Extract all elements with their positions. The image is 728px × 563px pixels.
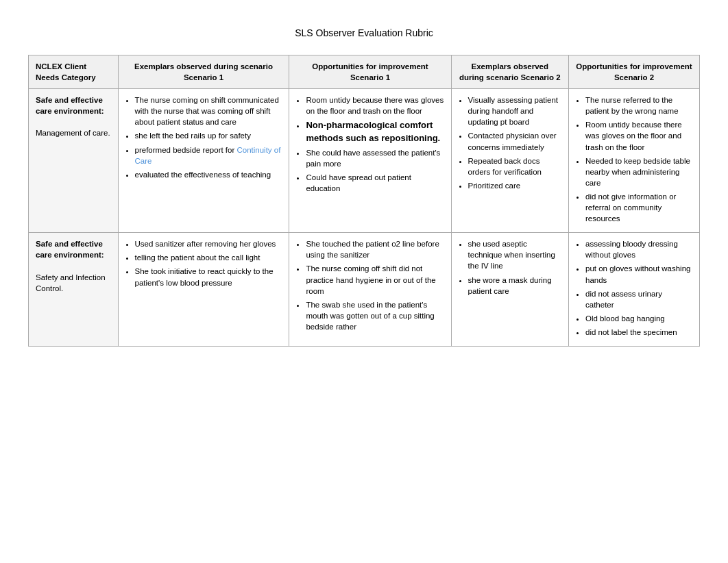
continuity-of-care-link[interactable]: Continuity of Care — [135, 146, 281, 165]
list-item: preformed bedside report for Continuity … — [135, 145, 282, 166]
rubric-table: NCLEX Client Needs Category Exemplars ob… — [28, 55, 700, 347]
table-row: Safe and effective care environment:Mana… — [29, 89, 700, 233]
opportunities1-cell-1: She touched the patient o2 line before u… — [289, 233, 451, 347]
list-item: put on gloves without washing hands — [585, 263, 692, 285]
list-item: The swab she used in the patient's mouth… — [306, 299, 444, 332]
list-item: Visually assessing patient during handof… — [468, 95, 561, 127]
list-item: Prioritized care — [468, 180, 561, 191]
list-item: Room untidy because there was gloves on … — [585, 119, 692, 152]
exemplars1-cell-1: Used sanitizer after removing her gloves… — [118, 233, 289, 347]
list-item: She could have assessed the patient's pa… — [306, 147, 444, 169]
list-item: did not give information or referral on … — [585, 191, 692, 224]
list-item: she left the bed rails up for safety — [135, 130, 282, 141]
list-item: Contacted physician over concerns immedi… — [468, 130, 561, 152]
list-item: she wore a mask during patient care — [468, 275, 561, 297]
opportunities1-cell-0: Room untidy because there was gloves on … — [289, 89, 451, 233]
list-item: telling the patient about the call light — [135, 252, 282, 263]
exemplars1-cell-0: The nurse coming on shift communicated w… — [118, 89, 289, 233]
category-title: Safe and effective care environment: — [36, 96, 104, 115]
opportunities2-cell-1: assessing bloody dressing without gloves… — [569, 233, 700, 347]
list-item: Needed to keep bedside table nearby when… — [585, 155, 692, 188]
list-item: The nurse coming on shift communicated w… — [135, 95, 282, 127]
list-item: Could have spread out patient education — [306, 172, 444, 194]
exemplars2-cell-0: Visually assessing patient during handof… — [451, 89, 568, 233]
table-row: Safe and effective care environment:Safe… — [29, 233, 700, 347]
category-title: Safe and effective care environment: — [36, 240, 104, 259]
list-item: Old blood bag hanging — [585, 313, 692, 324]
category-subtitle: Safety and Infection Control. — [36, 273, 106, 292]
exemplars2-cell-1: she used aseptic technique when insertin… — [451, 233, 568, 347]
header-col-exemplars2: Exemplars observed during scenario Scena… — [451, 55, 568, 89]
header-col-category: NCLEX Client Needs Category — [29, 55, 119, 89]
list-item: The nurse referred to the patient by the… — [585, 95, 692, 116]
list-item: She took initiative to react quickly to … — [135, 266, 282, 288]
table-body: Safe and effective care environment:Mana… — [29, 89, 700, 347]
bold-item: Non-pharmacological comfort methods such… — [306, 120, 440, 142]
category-cell-0: Safe and effective care environment:Mana… — [29, 89, 119, 233]
category-cell-1: Safe and effective care environment:Safe… — [29, 233, 119, 347]
list-item: did not assess urinary catheter — [585, 288, 692, 310]
opportunities2-cell-0: The nurse referred to the patient by the… — [569, 89, 700, 233]
list-item: The nurse coming off shift did not pract… — [306, 263, 444, 296]
list-item: Room untidy because there was gloves on … — [306, 95, 444, 116]
list-item: Used sanitizer after removing her gloves — [135, 238, 282, 249]
list-item: evaluated the effectiveness of teaching — [135, 169, 282, 180]
list-item: She touched the patient o2 line before u… — [306, 238, 444, 260]
header-col-opportunities2: Opportunities for improvement Scenario 2 — [569, 55, 700, 89]
list-item: assessing bloody dressing without gloves — [585, 238, 692, 260]
page-wrapper: SLS Observer Evaluation Rubric NCLEX Cli… — [28, 27, 700, 347]
category-subtitle: Management of care. — [36, 129, 110, 137]
list-item: Repeated back docs orders for verificati… — [468, 155, 561, 177]
header-row: NCLEX Client Needs Category Exemplars ob… — [29, 55, 700, 89]
header-col-opportunities1: Opportunities for improvement Scenario 1 — [289, 55, 451, 89]
page-title: SLS Observer Evaluation Rubric — [28, 27, 700, 38]
list-item: she used aseptic technique when insertin… — [468, 238, 561, 271]
list-item: Non-pharmacological comfort methods such… — [306, 119, 444, 144]
header-col-exemplars1: Exemplars observed during scenario Scena… — [118, 55, 289, 89]
list-item: did not label the specimen — [585, 327, 692, 338]
